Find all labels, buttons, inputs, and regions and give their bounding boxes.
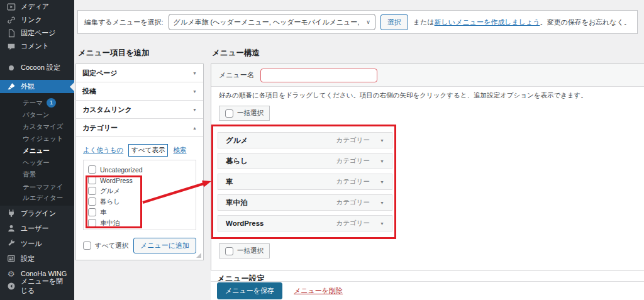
menu-item-type: カテゴリー [336, 177, 370, 186]
chevron-down-icon: ▼ [192, 108, 197, 112]
menu-item-type: カテゴリー [336, 136, 370, 145]
category-row-carstay[interactable]: 車中泊 [88, 218, 191, 228]
tab-search[interactable]: 検索 [173, 146, 186, 155]
sidebar-item-theme-editor[interactable]: テーマファイルエディター [0, 181, 74, 206]
accordion-label: 投稿 [82, 87, 96, 96]
sidebar-item-label: コメント [21, 42, 49, 51]
sidebar-item-label: リンク [21, 15, 42, 25]
bulk-select-top[interactable]: 一括選択 [219, 106, 270, 121]
sidebar-item-themes[interactable]: テーマ 1 [0, 97, 74, 109]
menu-name-input[interactable] [260, 69, 377, 82]
chevron-up-icon: ▲ [192, 126, 197, 130]
menu-item-type: カテゴリー [336, 219, 370, 228]
sidebar-item-cocoon-settings[interactable]: Cocoon 設定 [0, 61, 74, 74]
sidebar-item-appearance[interactable]: 外観 [0, 80, 74, 93]
select-menu-label: 編集するメニューを選択: [84, 18, 164, 27]
sidebar-item-links[interactable]: リンク [0, 13, 74, 26]
checkbox-unchecked[interactable] [88, 176, 96, 184]
accordion-pages[interactable]: 固定ページ ▼ [76, 64, 203, 82]
menu-item-label: WordPress [226, 219, 264, 227]
sidebar-item-menus[interactable]: メニュー [0, 145, 74, 157]
accordion-posts[interactable]: 投稿 ▼ [76, 82, 203, 101]
appearance-submenu: テーマ 1 パターン カスタマイズ ウィジェット メニュー ヘッダー 背景 テー… [0, 93, 74, 206]
sidebar-item-patterns[interactable]: パターン [0, 109, 74, 121]
category-row-lifestyle[interactable]: 暮らし [88, 196, 191, 207]
sidebar-item-header[interactable]: ヘッダー [0, 157, 74, 169]
chevron-down-icon: ∨ [366, 19, 370, 25]
sidebar-item-label: メディア [21, 2, 49, 11]
select-all-label: すべて選択 [95, 242, 128, 250]
tab-view-all[interactable]: すべて表示 [128, 144, 168, 157]
menu-item-label: 暮らし [226, 157, 248, 166]
chevron-down-icon[interactable]: ▼ [380, 138, 384, 143]
sidebar-item-settings[interactable]: 設定 [0, 251, 74, 266]
menu-name-row: メニュー名 [211, 64, 644, 87]
bulk-select-bottom[interactable]: 一括選択 [219, 243, 270, 258]
menu-settings-strip: メニュー設定 [211, 270, 644, 281]
sidebar-item-collapse-menu[interactable]: メニューを閉じる [0, 280, 74, 292]
sidebar-item-label: ウィジェット [23, 135, 63, 143]
sidebar-item-customize[interactable]: カスタマイズ [0, 121, 74, 133]
checkbox-unchecked[interactable] [225, 109, 233, 118]
sidebar-item-label: メニュー [23, 147, 50, 155]
category-row-wordpress[interactable]: WordPress [88, 175, 191, 186]
delete-menu-link[interactable]: メニューを削除 [294, 286, 343, 296]
category-row-gourmet[interactable]: グルメ [88, 186, 191, 196]
menu-item-gourmet[interactable]: グルメ カテゴリー▼ [218, 132, 392, 148]
checkbox-unchecked[interactable] [88, 187, 96, 195]
sidebar-item-background[interactable]: 背景 [0, 169, 74, 181]
menu-structure-title: メニュー構造 [212, 48, 260, 58]
sidebar-item-tools[interactable]: ツール [0, 236, 74, 251]
category-row-car[interactable]: 車 [88, 207, 191, 218]
add-to-menu-button[interactable]: メニューに追加 [133, 238, 196, 253]
menu-item-wordpress[interactable]: WordPress カテゴリー▼ [218, 215, 392, 231]
settings-icon [6, 254, 16, 264]
gear-icon: ⚙ [6, 269, 16, 279]
accordion-categories[interactable]: カテゴリー ▲ [76, 119, 203, 137]
or-text: または [413, 18, 435, 26]
add-menu-items-panel: 固定ページ ▼ 投稿 ▼ カスタムリンク ▼ カテゴリー ▲ よく使うもの すべ… [75, 64, 204, 260]
accordion-custom-links[interactable]: カスタムリンク ▼ [76, 101, 203, 119]
categories-panel-body: よく使うもの すべて表示 検索 Uncategorized WordPress … [76, 137, 203, 260]
menu-item-lifestyle[interactable]: 暮らし カテゴリー▼ [218, 153, 392, 169]
tab-most-used[interactable]: よく使うもの [83, 146, 123, 155]
select-all-row[interactable]: すべて選択 [83, 240, 128, 251]
sidebar-item-label: ユーザー [21, 224, 49, 233]
sidebar-item-comments[interactable]: コメント [0, 40, 74, 53]
select-button[interactable]: 選択 [380, 14, 408, 30]
checkbox-unchecked[interactable] [88, 165, 96, 174]
checkbox-unchecked[interactable] [88, 208, 96, 216]
menu-select-bar: 編集するメニューを選択: グルメ車旅 (ヘッダーメニュー, ヘッダーモバイルメニ… [77, 10, 638, 34]
sidebar-item-label: パターン [23, 111, 50, 119]
chevron-down-icon[interactable]: ▼ [380, 221, 384, 226]
sidebar-item-widgets[interactable]: ウィジェット [0, 133, 74, 145]
save-reminder-text: 。変更の保存をお忘れなく。 [540, 18, 631, 26]
chevron-down-icon[interactable]: ▼ [380, 180, 384, 184]
bulk-select-label: 一括選択 [237, 109, 264, 118]
sidebar-item-label: メニューを閉じる [21, 277, 69, 296]
sidebar-item-plugins[interactable]: プラグイン [0, 206, 74, 221]
checkbox-unchecked[interactable] [83, 242, 91, 250]
checkbox-unchecked[interactable] [225, 247, 233, 255]
bulk-select-label: 一括選択 [237, 247, 264, 255]
category-row-uncategorized[interactable]: Uncategorized [88, 164, 191, 175]
sidebar-item-media[interactable]: メディア [0, 0, 74, 13]
sidebar-item-pages[interactable]: 固定ページ [0, 26, 74, 40]
accordion-label: カスタムリンク [82, 105, 132, 114]
category-label: グルメ [100, 187, 120, 196]
resize-handle[interactable] [196, 253, 201, 258]
category-checklist: Uncategorized WordPress グルメ 暮らし 車 車中泊 [83, 160, 196, 230]
chevron-down-icon[interactable]: ▼ [380, 201, 384, 205]
menu-item-carstay[interactable]: 車中泊 カテゴリー▼ [218, 194, 392, 211]
sidebar-item-users[interactable]: ユーザー [0, 221, 74, 236]
save-bar: メニューを保存 メニューを削除 [211, 281, 644, 300]
checkbox-unchecked[interactable] [88, 219, 96, 227]
menu-item-label: 車中泊 [226, 198, 248, 208]
checkbox-unchecked[interactable] [88, 197, 96, 206]
sidebar-item-label: 外観 [21, 82, 35, 91]
menu-select-dropdown[interactable]: グルメ車旅 (ヘッダーメニュー, ヘッダーモバイルメニュー, ヘッダーモバイルボ… [169, 14, 375, 30]
menu-item-car[interactable]: 車 カテゴリー▼ [218, 174, 392, 190]
save-menu-button[interactable]: メニューを保存 [217, 282, 282, 299]
create-menu-link[interactable]: 新しいメニューを作成しましょう [435, 18, 540, 26]
chevron-down-icon[interactable]: ▼ [380, 159, 384, 164]
